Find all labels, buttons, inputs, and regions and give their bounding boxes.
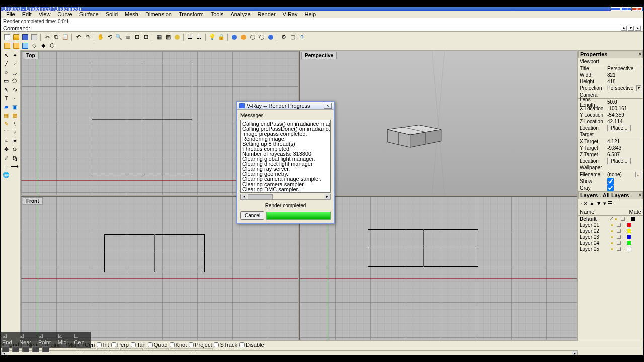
help-icon[interactable]: ?: [298, 33, 306, 41]
lock-icon[interactable]: 🔒: [217, 33, 225, 41]
viewport-label[interactable]: Front: [23, 197, 43, 205]
osnap-project[interactable]: Project: [189, 342, 212, 348]
close-icon[interactable]: ×: [639, 51, 641, 56]
command-prompt[interactable]: Command: ▲▼▸: [1, 25, 643, 31]
new-icon[interactable]: [3, 33, 11, 41]
scroll-right-icon[interactable]: ▸: [572, 351, 578, 355]
mesh-icon[interactable]: ▦: [2, 111, 10, 119]
menu-file[interactable]: File: [3, 11, 18, 18]
wireframe-icon[interactable]: ▦: [155, 33, 163, 41]
dialog-titlebar[interactable]: V-Ray -- Render Progress ×: [237, 102, 334, 110]
vray-blue-icon[interactable]: [230, 33, 238, 41]
cmd-options-icon[interactable]: ▸: [635, 26, 641, 31]
mesh2-icon[interactable]: ▩: [11, 111, 19, 119]
layers-icon[interactable]: ☰: [186, 33, 194, 41]
rect-icon[interactable]: ▭: [2, 77, 10, 85]
cplane3-icon[interactable]: [21, 42, 29, 50]
osnap-strack[interactable]: STrack: [214, 342, 237, 348]
chevron-down-icon[interactable]: ▾: [636, 85, 641, 91]
cplane-icon[interactable]: [3, 42, 11, 50]
undo-icon[interactable]: ↶: [74, 33, 83, 41]
rendered-icon[interactable]: [173, 33, 181, 41]
solid-icon[interactable]: ▣: [11, 103, 19, 111]
viewport-label[interactable]: Perspective: [301, 52, 337, 59]
cut-icon[interactable]: ✂: [43, 33, 51, 41]
save-icon[interactable]: [21, 33, 29, 41]
layer-down-icon[interactable]: ▼: [596, 200, 602, 207]
dialog-close-button[interactable]: ×: [324, 103, 332, 109]
messages-hscroll[interactable]: ◂▸: [240, 194, 331, 200]
mirror-icon[interactable]: ⧎: [11, 154, 19, 162]
layer-del-icon[interactable]: ✕: [583, 200, 588, 207]
overlay-btn[interactable]: [12, 346, 19, 352]
cplane6-icon[interactable]: ⬡: [48, 42, 56, 50]
layer-tools-icon[interactable]: ☰: [608, 200, 613, 207]
light-icon[interactable]: 💡: [208, 33, 216, 41]
open-icon[interactable]: [12, 33, 20, 41]
point-icon[interactable]: ·: [11, 94, 19, 102]
menu-curve[interactable]: Curve: [54, 11, 75, 18]
properties-icon[interactable]: ☷: [195, 33, 203, 41]
properties-header[interactable]: Properties×: [578, 50, 643, 58]
overlay-btn[interactable]: [42, 346, 49, 352]
layer-row[interactable]: Default✓●: [578, 216, 643, 222]
menu-edit[interactable]: Edit: [19, 11, 35, 18]
edit-icon[interactable]: ✎: [2, 120, 10, 128]
menu-help[interactable]: Help: [302, 11, 319, 18]
curve2-icon[interactable]: ∿: [11, 85, 19, 94]
arc-icon[interactable]: ◡: [11, 68, 19, 76]
layer-row[interactable]: Layer 03●: [578, 234, 643, 240]
place-camera-button[interactable]: Place...: [607, 125, 631, 131]
osnap-int[interactable]: Int: [97, 342, 109, 348]
surf-icon[interactable]: ▰: [2, 103, 10, 111]
menu-solid[interactable]: Solid: [103, 11, 121, 18]
scale-icon[interactable]: ⤢: [2, 154, 10, 162]
close-button[interactable]: ×: [632, 7, 642, 11]
pan-icon[interactable]: ✋: [97, 33, 105, 41]
menu-surface[interactable]: Surface: [76, 11, 102, 18]
vray-orange-icon[interactable]: [239, 33, 248, 41]
osnap-perp[interactable]: Perp: [111, 342, 129, 348]
minimize-button[interactable]: _: [611, 7, 621, 11]
layer-new-icon[interactable]: ▫: [580, 200, 582, 207]
cplane4-icon[interactable]: ◇: [30, 42, 38, 50]
explode-icon[interactable]: ✷: [11, 137, 19, 145]
pointer-icon[interactable]: ↖: [2, 51, 10, 59]
split-icon[interactable]: ⌿: [11, 128, 19, 136]
layer-row[interactable]: Layer 04●: [578, 240, 643, 246]
place-target-button[interactable]: Place...: [607, 158, 631, 164]
layers-header[interactable]: Layers - All Layers×: [578, 191, 643, 199]
menu-tools[interactable]: Tools: [208, 11, 227, 18]
move-icon[interactable]: ✥: [2, 145, 10, 153]
menu-analyze[interactable]: Analyze: [227, 11, 253, 18]
browse-button[interactable]: ..: [635, 172, 641, 177]
world-icon[interactable]: 🌐: [2, 171, 10, 179]
zoom-icon[interactable]: 🔍: [115, 33, 123, 41]
shaded-icon[interactable]: ▨: [164, 33, 172, 41]
join-icon[interactable]: ⧜: [2, 137, 10, 145]
maximize-button[interactable]: □: [621, 7, 631, 11]
rotate-icon[interactable]: ⟲: [106, 33, 114, 41]
layer-row[interactable]: Layer 02●: [578, 228, 643, 234]
array-icon[interactable]: ∷: [2, 162, 10, 170]
circle-icon[interactable]: ○: [2, 68, 10, 76]
line-icon[interactable]: ╱: [2, 60, 10, 68]
viewport-perspective[interactable]: Perspective: [299, 51, 577, 195]
box-icon[interactable]: ▢: [289, 33, 297, 41]
menu-transform[interactable]: Transform: [176, 11, 207, 18]
vray-globe-icon[interactable]: [267, 33, 275, 41]
close-icon[interactable]: ×: [639, 192, 641, 197]
viewport-label[interactable]: Top: [23, 52, 39, 59]
lasso-icon[interactable]: ✦: [11, 51, 19, 59]
cplane2-icon[interactable]: [12, 42, 20, 50]
cplane5-icon[interactable]: ◆: [39, 42, 47, 50]
vray-circ1-icon[interactable]: [249, 33, 257, 41]
viewport-right[interactable]: [299, 196, 577, 340]
overlay-btn[interactable]: [32, 346, 39, 352]
cmd-scroll-up-icon[interactable]: ▲: [621, 26, 627, 31]
osnap-quad[interactable]: Quad: [148, 342, 168, 348]
menu-dimension[interactable]: Dimension: [142, 11, 175, 18]
zoom-extents-icon[interactable]: ⊡: [133, 33, 141, 41]
rotate-tool-icon[interactable]: ⟳: [11, 145, 19, 153]
gray-checkbox[interactable]: [607, 185, 614, 191]
